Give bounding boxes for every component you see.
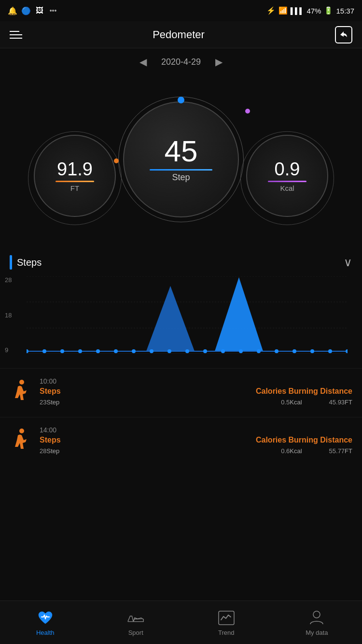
activity-item: 10:00 Steps Calories Burning Distance 23… bbox=[0, 368, 362, 417]
svg-point-13 bbox=[96, 349, 100, 353]
chart-svg: 10 14 bbox=[27, 276, 348, 354]
ft-label: FT bbox=[70, 184, 79, 192]
steps-blue-indicator bbox=[10, 255, 12, 270]
steps-chart: 28 18 9 bbox=[0, 272, 362, 368]
ft-circle-dot bbox=[114, 158, 119, 163]
activity-row-1: Steps Calories Burning Distance bbox=[40, 387, 352, 396]
notification-icon: 🔔 bbox=[8, 6, 17, 15]
svg-marker-7 bbox=[215, 277, 263, 351]
next-date-button[interactable]: ▶ bbox=[215, 56, 223, 68]
activity-list: 10:00 Steps Calories Burning Distance 23… bbox=[0, 368, 362, 466]
activity-item: 14:00 Steps Calories Burning Distance 28… bbox=[0, 417, 362, 466]
svg-point-23 bbox=[275, 349, 278, 353]
prev-date-button[interactable]: ◀ bbox=[139, 56, 147, 68]
nav-label-sport: Sport bbox=[128, 629, 143, 636]
steps-title-area: Steps bbox=[10, 255, 42, 270]
wifi-icon: 📶 bbox=[278, 6, 288, 15]
svg-point-9 bbox=[27, 349, 28, 353]
activity-steps-value-2: 28Step bbox=[40, 446, 59, 455]
activity-row-2: Steps Calories Burning Distance bbox=[40, 436, 352, 444]
nav-item-trend[interactable]: Trend bbox=[181, 601, 272, 644]
activity-details: 10:00 Steps Calories Burning Distance 23… bbox=[40, 377, 352, 408]
activity-steps-value-1: 23Step bbox=[40, 398, 59, 406]
kcal-progress-bar bbox=[268, 181, 306, 182]
svg-point-20 bbox=[221, 349, 225, 353]
svg-marker-5 bbox=[146, 286, 195, 351]
step-value: 45 bbox=[165, 136, 198, 166]
activity-distance-value-2: 55.77FT bbox=[329, 446, 352, 455]
nav-label-mydata: My data bbox=[306, 629, 328, 636]
svg-point-31 bbox=[19, 429, 24, 433]
bluetooth-icon: ⚡ bbox=[266, 6, 276, 15]
y-label-18: 18 bbox=[5, 312, 12, 319]
steps-header: Steps ∨ bbox=[0, 251, 362, 272]
activity-calories-label-2: Calories Burning Distance bbox=[256, 436, 352, 444]
ft-progress-bar bbox=[56, 181, 94, 182]
battery-icon: 🔋 bbox=[324, 6, 333, 15]
mydata-icon bbox=[307, 609, 326, 627]
svg-point-15 bbox=[132, 349, 136, 353]
step-metric-circle: 45 Step bbox=[123, 101, 239, 217]
share-button[interactable] bbox=[335, 26, 352, 43]
svg-point-14 bbox=[114, 349, 118, 353]
nav-item-health[interactable]: Health bbox=[0, 601, 91, 644]
step-circle-dot bbox=[178, 97, 184, 103]
svg-point-26 bbox=[328, 349, 332, 353]
svg-point-25 bbox=[310, 349, 314, 353]
nav-label-trend: Trend bbox=[218, 629, 234, 636]
trend-icon bbox=[217, 609, 236, 627]
kcal-label: Kcal bbox=[280, 184, 294, 192]
step-label: Step bbox=[172, 172, 190, 183]
status-right: ⚡ 📶 ▌▌▌ 47% 🔋 15:37 bbox=[266, 6, 354, 15]
battery-text: 47% bbox=[306, 7, 321, 15]
svg-point-27 bbox=[346, 349, 348, 353]
menu-button[interactable] bbox=[10, 31, 22, 39]
collapse-chart-button[interactable]: ∨ bbox=[344, 256, 352, 269]
signal-icon: ▌▌▌ bbox=[291, 7, 304, 14]
step-progress-bar bbox=[150, 169, 212, 171]
svg-point-17 bbox=[167, 349, 171, 353]
walk-icon bbox=[11, 380, 29, 406]
activity-distance-value-1: 45.93FT bbox=[329, 398, 352, 406]
status-left: 🔔 🔵 🖼 ••• bbox=[8, 6, 58, 15]
activity-calories-value-2: 0.6Kcal bbox=[281, 446, 302, 455]
activity-time-1: 10:00 bbox=[40, 377, 352, 385]
walk-icon-2 bbox=[11, 429, 29, 455]
activity-steps-label-1: Steps bbox=[40, 387, 61, 396]
activity-values-row-1: 23Step 0.5Kcal 45.93FT bbox=[40, 398, 352, 406]
metrics-section: 91.9 FT 0.9 Kcal 45 Step bbox=[0, 72, 362, 246]
svg-point-18 bbox=[185, 349, 189, 353]
kcal-circle-dot bbox=[245, 109, 250, 114]
activity-calories-label-1: Calories Burning Distance bbox=[256, 387, 352, 396]
svg-point-24 bbox=[292, 349, 296, 353]
top-nav: Pedometer bbox=[0, 21, 362, 48]
y-label-28: 28 bbox=[5, 276, 12, 284]
bottom-nav: Health Sport Trend bbox=[0, 601, 362, 644]
activity-icon-wrap-2 bbox=[10, 427, 31, 456]
activity-time-2: 14:00 bbox=[40, 426, 352, 434]
nav-item-sport[interactable]: Sport bbox=[91, 601, 181, 644]
nav-label-health: Health bbox=[36, 629, 55, 636]
y-label-9: 9 bbox=[5, 346, 12, 354]
svg-point-12 bbox=[78, 349, 82, 353]
kcal-metric-circle: 0.9 Kcal bbox=[246, 135, 328, 217]
activity-icon-wrap bbox=[10, 378, 31, 407]
svg-point-16 bbox=[150, 349, 153, 353]
svg-point-34 bbox=[313, 611, 320, 618]
svg-point-10 bbox=[42, 349, 46, 353]
nav-item-mydata[interactable]: My data bbox=[272, 601, 362, 644]
ft-metric-circle: 91.9 FT bbox=[34, 135, 116, 217]
kcal-value: 0.9 bbox=[275, 160, 300, 178]
health-icon bbox=[36, 609, 55, 627]
activity-steps-label-2: Steps bbox=[40, 436, 61, 444]
steps-section: Steps ∨ 28 18 9 bbox=[0, 246, 362, 368]
svg-point-11 bbox=[60, 349, 64, 353]
activity-details-2: 14:00 Steps Calories Burning Distance 28… bbox=[40, 426, 352, 457]
image-icon: 🖼 bbox=[35, 6, 44, 15]
sport-icon bbox=[126, 609, 145, 627]
svg-point-22 bbox=[257, 349, 261, 353]
status-bar: 🔔 🔵 🖼 ••• ⚡ 📶 ▌▌▌ 47% 🔋 15:37 bbox=[0, 0, 362, 21]
svg-point-30 bbox=[19, 380, 24, 385]
svg-point-19 bbox=[203, 349, 207, 353]
page-title: Pedometer bbox=[153, 29, 205, 41]
